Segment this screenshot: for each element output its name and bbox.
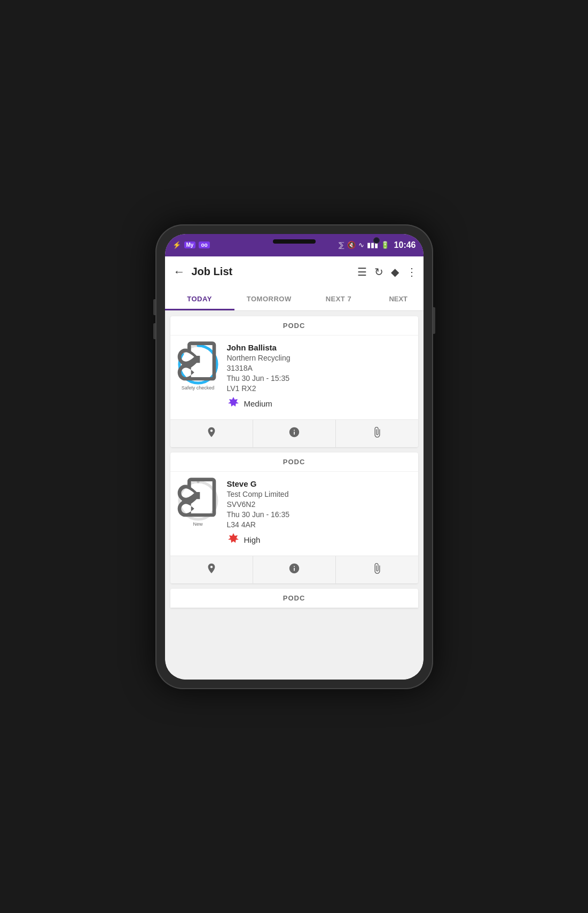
priority-label-1: High	[244, 535, 261, 544]
info-button-1[interactable]	[253, 556, 336, 583]
priority-label-0: Medium	[244, 399, 272, 408]
job-priority-1: High	[227, 532, 412, 548]
phone-device: ⚡ My oo ⅀ 🔇 ∿ ▮▮▮ 🔋 10:46 ← Job List	[155, 224, 433, 689]
status-circle-1[interactable]: New	[177, 479, 219, 522]
refresh-button[interactable]: ↻	[374, 266, 383, 278]
phone-speaker	[273, 239, 316, 244]
status-label-0: Safety checked	[182, 385, 215, 391]
tab-next[interactable]: NEXT	[373, 287, 424, 310]
job-name-1: Steve G	[227, 479, 412, 488]
job-ref-0: 31318A	[227, 364, 412, 372]
volume-down-button[interactable]	[153, 323, 155, 339]
job-card-footer-1	[170, 556, 418, 583]
status-bar: ⚡ My oo ⅀ 🔇 ∿ ▮▮▮ 🔋 10:46	[165, 234, 424, 256]
filter-button[interactable]: ☰	[357, 266, 367, 278]
job-postcode-0: LV1 RX2	[227, 384, 412, 393]
job-date-0: Thu 30 Jun - 15:35	[227, 374, 412, 383]
job-card-partial: PODC	[170, 589, 418, 608]
box-icon-0	[177, 338, 219, 384]
app-bar: ← Job List ☰ ↻ ◆ ⋮	[165, 256, 424, 287]
job-card-0: PODC Safety checked	[170, 316, 418, 447]
job-card-body-1: New Steve G Test Comp Limited SVV6N2 Thu…	[170, 472, 418, 556]
tab-tomorrow[interactable]: TOMORROW	[234, 287, 304, 310]
job-company-1: Test Comp Limited	[227, 490, 412, 498]
my-badge: My	[184, 241, 196, 248]
status-circle-0[interactable]: Safety checked	[177, 343, 219, 386]
more-button[interactable]: ⋮	[406, 266, 417, 278]
job-company-0: Northern Recycling	[227, 354, 412, 362]
job-card-1: PODC New	[170, 452, 418, 583]
wifi-icon: ∿	[358, 241, 364, 249]
job-priority-0: Medium	[227, 396, 412, 412]
job-card-body-0: Safety checked John Ballista Northern Re…	[170, 335, 418, 419]
attachment-button-1[interactable]	[336, 556, 418, 583]
job-type-0: PODC	[170, 316, 418, 335]
job-ref-1: SVV6N2	[227, 500, 412, 509]
status-time: 10:46	[394, 240, 416, 250]
job-date-1: Thu 30 Jun - 16:35	[227, 510, 412, 519]
location-button-1[interactable]	[170, 556, 253, 583]
phone-screen: ⚡ My oo ⅀ 🔇 ∿ ▮▮▮ 🔋 10:46 ← Job List	[165, 234, 424, 680]
job-list: PODC Safety checked	[165, 311, 424, 680]
box-icon-1	[177, 474, 219, 520]
job-type-partial: PODC	[170, 589, 418, 608]
battery-icon: 🔋	[381, 241, 389, 249]
volume-up-button[interactable]	[153, 299, 155, 315]
back-button[interactable]: ←	[171, 263, 187, 281]
status-left-icons: ⚡ My oo	[173, 241, 210, 249]
priority-icon-1	[227, 532, 240, 548]
bluetooth-icon: ⅀	[339, 241, 344, 249]
status-label-1: New	[193, 521, 202, 527]
app-bar-title: Job List	[192, 266, 353, 278]
attachment-button-0[interactable]	[336, 420, 418, 447]
svg-marker-2	[228, 397, 239, 407]
phone-camera	[373, 237, 380, 244]
usb-icon: ⚡	[173, 241, 181, 249]
job-name-0: John Ballista	[227, 343, 412, 352]
attachment-icon-0	[371, 426, 383, 441]
mute-icon: 🔇	[347, 241, 356, 249]
tab-today[interactable]: TODAY	[165, 287, 234, 310]
priority-icon-0	[227, 396, 240, 412]
location-icon-1	[206, 563, 217, 577]
navigate-button[interactable]: ◆	[391, 266, 399, 278]
svg-marker-5	[228, 533, 239, 543]
tab-next7[interactable]: NEXT 7	[304, 287, 373, 310]
job-info-0: John Ballista Northern Recycling 31318A …	[227, 343, 412, 412]
job-type-1: PODC	[170, 452, 418, 472]
info-icon-1	[288, 563, 300, 577]
app-bar-actions: ☰ ↻ ◆ ⋮	[357, 266, 417, 278]
job-info-1: Steve G Test Comp Limited SVV6N2 Thu 30 …	[227, 479, 412, 548]
job-card-footer-0	[170, 419, 418, 447]
job-postcode-1: L34 4AR	[227, 520, 412, 529]
power-button[interactable]	[433, 307, 435, 334]
attachment-icon-1	[371, 563, 383, 577]
info-button-0[interactable]	[253, 420, 336, 447]
info-icon-0	[288, 426, 300, 441]
tabs-bar: TODAY TOMORROW NEXT 7 NEXT	[165, 287, 424, 311]
location-button-0[interactable]	[170, 420, 253, 447]
location-icon-0	[206, 426, 217, 441]
oo-badge: oo	[199, 241, 209, 248]
